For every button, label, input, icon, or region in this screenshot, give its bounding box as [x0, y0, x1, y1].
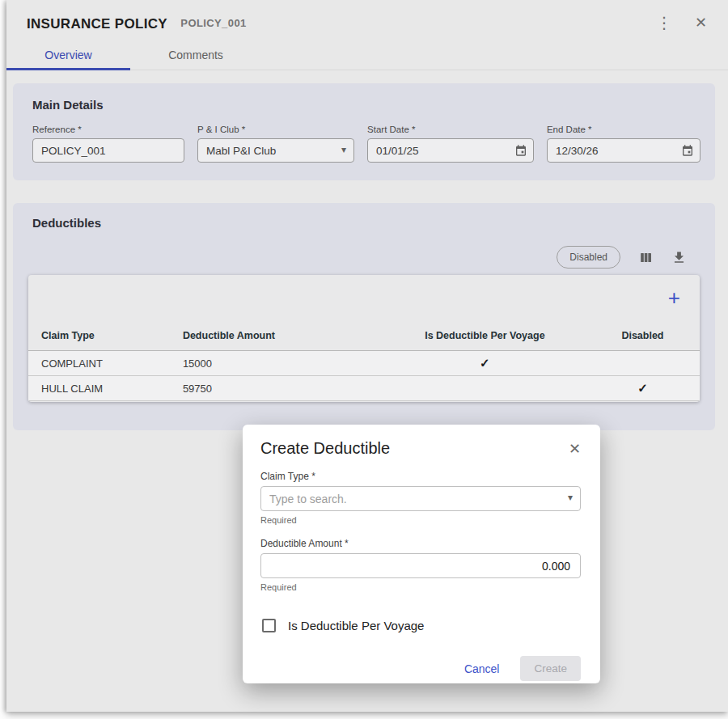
claim-type-search-input[interactable] [260, 486, 581, 511]
reference-input[interactable] [32, 138, 184, 163]
download-icon[interactable] [671, 250, 687, 265]
cancel-button[interactable]: Cancel [461, 658, 503, 680]
checkbox-unchecked-icon[interactable] [262, 619, 276, 632]
col-header-claim-type: Claim Type [28, 330, 183, 341]
main-details-title: Main Details [32, 98, 700, 112]
deductibles-section: Deductibles Disabled + Claim Type Deduct… [13, 203, 715, 430]
end-date-input[interactable] [547, 138, 700, 163]
start-date-input[interactable] [367, 138, 534, 163]
amount-label: Deductible Amount * [260, 538, 581, 549]
amount-required-hint: Required [260, 582, 581, 592]
club-label: P & I Club * [197, 125, 354, 134]
add-deductible-icon[interactable]: + [668, 287, 680, 308]
policy-reference-subtitle: POLICY_001 [180, 17, 246, 29]
tab-overview[interactable]: Overview [6, 40, 130, 70]
club-select[interactable] [197, 138, 354, 163]
deductibles-title: Deductibles [13, 216, 715, 230]
main-details-section: Main Details Reference * P & I Club * ▾ [13, 83, 715, 180]
table-row[interactable]: HULL CLAIM 59750 ✓ [28, 376, 700, 401]
kebab-menu-icon[interactable]: ⋮ [653, 13, 675, 32]
col-header-disabled: Disabled [586, 330, 700, 341]
col-header-per-voyage: Is Deductible Per Voyage [384, 330, 586, 341]
calendar-icon[interactable] [514, 144, 527, 157]
cell-claim-type: HULL CLAIM [28, 383, 183, 395]
active-tab-indicator [6, 68, 130, 70]
deductibles-table: + Claim Type Deductible Amount Is Deduct… [28, 275, 700, 402]
modal-title: Create Deductible [260, 439, 390, 458]
per-voyage-checkbox-row[interactable]: Is Deductible Per Voyage [262, 619, 581, 632]
per-voyage-checkbox-label: Is Deductible Per Voyage [288, 619, 424, 632]
create-deductible-modal: Create Deductible ✕ Claim Type * ▾ Requi… [243, 425, 600, 683]
cell-deductible-amount: 59750 [183, 383, 384, 395]
table-header-row: Claim Type Deductible Amount Is Deductib… [28, 320, 700, 351]
deductibles-toolbar: Disabled [13, 230, 715, 275]
close-icon[interactable]: ✕ [569, 442, 581, 456]
create-button[interactable]: Create [520, 656, 581, 681]
dialog-header: INSURANCE POLICY POLICY_001 ⋮ ✕ [6, 0, 728, 34]
claim-type-label: Claim Type * [260, 471, 581, 482]
col-header-deductible-amount: Deductible Amount [183, 330, 384, 341]
check-icon: ✓ [586, 381, 700, 395]
table-row[interactable]: COMPLAINT 15000 ✓ [28, 351, 700, 376]
page-title: INSURANCE POLICY [27, 16, 167, 32]
end-date-label: End Date * [547, 125, 700, 134]
claim-type-required-hint: Required [260, 515, 581, 525]
disabled-filter-chip[interactable]: Disabled [557, 246, 620, 269]
columns-icon[interactable] [638, 250, 654, 265]
tab-bar: Overview Comments [6, 40, 728, 70]
check-icon: ✓ [384, 356, 586, 370]
reference-label: Reference * [32, 125, 184, 134]
start-date-label: Start Date * [367, 125, 534, 134]
amount-input[interactable] [260, 553, 581, 578]
tab-comments[interactable]: Comments [130, 40, 261, 70]
close-icon[interactable]: ✕ [695, 15, 707, 30]
cell-claim-type: COMPLAINT [28, 357, 183, 370]
cell-deductible-amount: 15000 [183, 357, 384, 370]
calendar-icon[interactable] [681, 144, 694, 157]
